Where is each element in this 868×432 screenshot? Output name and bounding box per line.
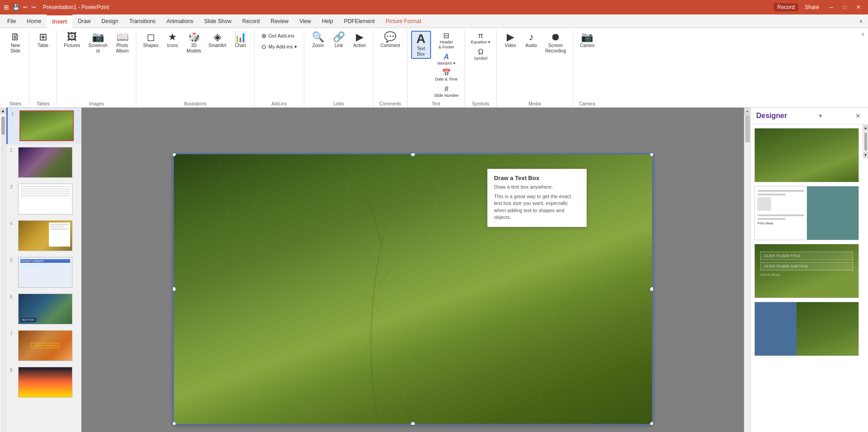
doc-line-1 bbox=[20, 186, 70, 187]
action-button[interactable]: ▶ Action bbox=[350, 31, 369, 50]
design-card-1-bg bbox=[755, 128, 858, 182]
scroll-up-btn[interactable]: ▲ bbox=[0, 109, 6, 114]
slide-thumb-3[interactable]: 3 bbox=[6, 181, 81, 218]
screenshot-button[interactable]: 📷 Screenshot bbox=[84, 31, 111, 55]
smartart-button[interactable]: ◈ SmartArt bbox=[205, 31, 229, 50]
handle-middle-right[interactable] bbox=[650, 287, 653, 291]
tab-picture-format[interactable]: Picture Format bbox=[380, 14, 427, 28]
tab-review[interactable]: Review bbox=[265, 14, 294, 28]
designer-dropdown-icon[interactable]: ▾ bbox=[819, 113, 822, 119]
design-card-3[interactable]: CLICK TO ADD TITLE CLICK TO ADD SUBTITLE… bbox=[754, 244, 859, 298]
tab-pdfelement[interactable]: PDFElement bbox=[339, 14, 380, 28]
video-icon: ▶ bbox=[507, 32, 514, 42]
group-tables-items: ⊞ Table bbox=[33, 30, 53, 100]
geo-right bbox=[796, 302, 858, 356]
tab-view[interactable]: View bbox=[294, 14, 317, 28]
handle-bottom-center[interactable] bbox=[411, 422, 415, 425]
link-button[interactable]: 🔗 Link bbox=[329, 31, 349, 50]
symbol-button[interactable]: Ω Symbol bbox=[469, 47, 493, 62]
handle-top-center[interactable] bbox=[411, 153, 415, 157]
cameo-button[interactable]: 📷 Cameo bbox=[577, 31, 598, 50]
wordart-button[interactable]: A WordArt ▾ bbox=[432, 52, 461, 67]
slide-4-bg bbox=[19, 221, 72, 251]
slide-thumb-1[interactable]: 1 bbox=[6, 108, 81, 144]
close-button[interactable]: ✕ bbox=[853, 3, 864, 11]
shapes-button[interactable]: ◻ Shapes bbox=[140, 31, 162, 50]
chart-button[interactable]: 📊 Chart bbox=[230, 31, 250, 50]
handle-top-left[interactable] bbox=[173, 153, 176, 157]
cameo-label: Cameo bbox=[580, 43, 595, 48]
slide-thumb-6[interactable]: 6 BEST DATA bbox=[6, 291, 81, 328]
tab-help[interactable]: Help bbox=[317, 14, 339, 28]
design-card-4[interactable] bbox=[754, 302, 859, 356]
link-icon: 🔗 bbox=[333, 32, 345, 42]
slide-preview-8 bbox=[18, 367, 72, 398]
design-card-1[interactable] bbox=[754, 128, 859, 182]
slide-num-8: 8 bbox=[10, 368, 15, 373]
tab-draw[interactable]: Draw bbox=[72, 14, 96, 28]
designer-scroll-up[interactable]: ▲ bbox=[863, 125, 868, 131]
icons-button[interactable]: ★ Icons bbox=[163, 31, 182, 50]
photo-album-button[interactable]: 📖 PhotoAlbum bbox=[112, 31, 132, 55]
design-card-2[interactable]: Price Ideas bbox=[754, 186, 859, 240]
group-illustrations: ◻ Shapes ★ Icons 🎲 3DModels ◈ SmartArt 📊 bbox=[136, 30, 254, 107]
text-box-label: TextBox bbox=[417, 46, 425, 57]
record-button[interactable]: Record bbox=[774, 3, 799, 11]
zoom-button[interactable]: 🔍 Zoom bbox=[308, 31, 328, 50]
slide-thumb-2[interactable]: 2 bbox=[6, 144, 81, 181]
tab-insert[interactable]: Insert bbox=[47, 14, 72, 28]
screen-recording-button[interactable]: ⏺ ScreenRecording bbox=[542, 31, 569, 55]
vscroll-thumb[interactable] bbox=[745, 115, 750, 142]
header-footer-icon: ⊟ bbox=[443, 32, 449, 39]
tab-record[interactable]: Record bbox=[237, 14, 265, 28]
app-menu-icon[interactable]: ⊞ bbox=[4, 4, 9, 11]
designer-scroll-thumb[interactable] bbox=[864, 133, 867, 151]
new-slide-button[interactable]: 🗎 NewSlide bbox=[5, 31, 25, 55]
handle-top-right[interactable] bbox=[650, 153, 653, 157]
get-addins-button[interactable]: ⊕ Get Add-ins bbox=[258, 31, 300, 41]
chart-icon: 📊 bbox=[234, 32, 246, 42]
quick-access-redo[interactable]: ↪ bbox=[31, 4, 36, 10]
table-button[interactable]: ⊞ Table bbox=[33, 31, 53, 50]
share-button[interactable]: Share bbox=[801, 3, 823, 11]
smartart-label: SmartArt bbox=[208, 43, 226, 48]
scroll-thumb-left[interactable] bbox=[1, 117, 5, 135]
handle-bottom-right[interactable] bbox=[650, 422, 653, 425]
designer-scroll-down[interactable]: ▼ bbox=[863, 152, 868, 158]
minimize-button[interactable]: ─ bbox=[825, 3, 837, 11]
video-button[interactable]: ▶ Video bbox=[500, 31, 520, 50]
text-box-button[interactable]: A TextBox bbox=[411, 31, 431, 59]
pictures-button[interactable]: 🖼 Pictures bbox=[61, 31, 83, 50]
tab-transitions[interactable]: Transitions bbox=[124, 14, 161, 28]
handle-bottom-left[interactable] bbox=[173, 422, 176, 425]
ribbon-expand-btn[interactable]: ∧ bbox=[859, 30, 866, 38]
collapse-ribbon[interactable]: ∧ bbox=[854, 14, 868, 28]
header-footer-button[interactable]: ⊟ Header& Footer bbox=[432, 31, 461, 51]
video-label: Video bbox=[504, 43, 516, 48]
date-time-button[interactable]: 📅 Date & Time bbox=[432, 68, 461, 83]
slide-thumb-7[interactable]: 7 COMPANY OVERVIEW bbox=[6, 328, 81, 364]
audio-button[interactable]: ♪ Audio bbox=[521, 31, 541, 50]
maximize-button[interactable]: □ bbox=[839, 3, 850, 11]
comment-button[interactable]: 💬 Comment bbox=[377, 31, 403, 50]
designer-close-btn[interactable]: ✕ bbox=[854, 111, 863, 120]
tab-design[interactable]: Design bbox=[96, 14, 124, 28]
tab-file[interactable]: File bbox=[2, 14, 21, 28]
slide-thumb-4[interactable]: 4 bbox=[6, 218, 81, 254]
3d-models-button[interactable]: 🎲 3DModels bbox=[183, 31, 204, 55]
slide-number-button[interactable]: # Slide Number bbox=[432, 84, 461, 100]
group-media-items: ▶ Video ♪ Audio ⏺ ScreenRecording bbox=[500, 30, 569, 100]
slide-1-bg bbox=[20, 111, 73, 140]
handle-middle-left[interactable] bbox=[173, 287, 176, 291]
equation-button[interactable]: π Equation ▾ bbox=[469, 31, 493, 46]
quick-access-undo[interactable]: ↩ bbox=[23, 4, 28, 10]
ribbon-content: 🗎 NewSlide Slides ⊞ Table Tables 🖼 Pictu bbox=[0, 28, 868, 107]
slide-thumb-8[interactable]: 8 bbox=[6, 364, 81, 401]
vscroll-up-btn[interactable]: ▲ bbox=[744, 108, 751, 115]
slide-thumb-5[interactable]: 5 PROJECT SUMMARY bbox=[6, 254, 81, 291]
quick-access-save[interactable]: 💾 bbox=[13, 4, 19, 10]
tab-home[interactable]: Home bbox=[21, 14, 47, 28]
my-addins-button[interactable]: ⊙ My Add-ins ▾ bbox=[258, 42, 300, 52]
tab-slideshow[interactable]: Slide Show bbox=[199, 14, 237, 28]
tab-animations[interactable]: Animations bbox=[161, 14, 199, 28]
